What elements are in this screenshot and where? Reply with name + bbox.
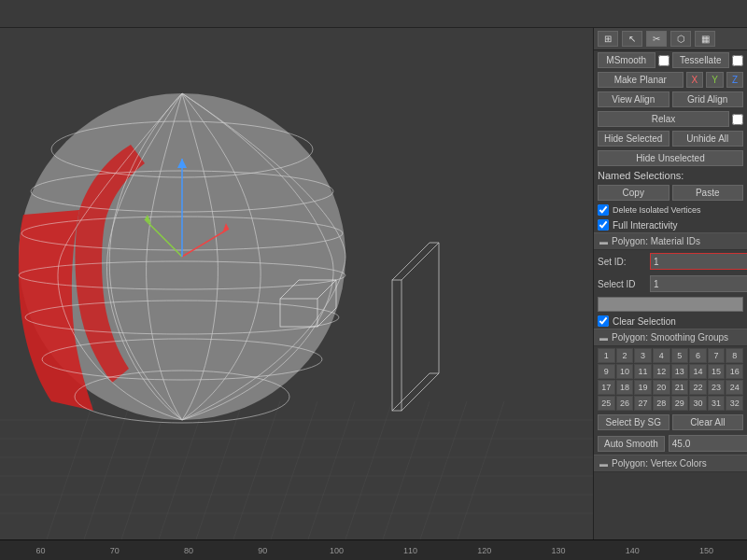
poly-smoothing-label: Polygon: Smoothing Groups	[612, 332, 728, 343]
smooth-group-btn-16[interactable]: 16	[726, 364, 743, 379]
smooth-group-btn-3[interactable]: 3	[634, 348, 652, 363]
smooth-group-btn-20[interactable]: 20	[653, 380, 670, 395]
right-panel: ⊞ ↖ ✂ ⬡ ▦ MSmooth Tessellate Make Planar…	[593, 28, 747, 539]
vertex-colors-collapse-icon: ▬	[599, 459, 608, 469]
ruler-value: 60	[4, 546, 78, 555]
full-interactivity-checkbox[interactable]	[598, 219, 609, 231]
panel-icons-row: ⊞ ↖ ✂ ⬡ ▦	[594, 28, 747, 50]
smooth-group-btn-29[interactable]: 29	[671, 396, 689, 411]
paste-btn[interactable]: Paste	[672, 185, 744, 201]
smooth-grid: 1234567891011121314151617181920212223242…	[594, 346, 747, 413]
named-selections-row: Named Selections:	[594, 168, 747, 183]
smooth-group-btn-30[interactable]: 30	[689, 396, 707, 411]
viewport-svg	[0, 28, 593, 539]
unhide-all-btn[interactable]: Unhide All	[672, 131, 744, 147]
set-id-label: Set ID:	[598, 257, 646, 267]
full-interactivity-label: Full Interactivity	[613, 220, 677, 231]
ruler-value: 100	[300, 546, 374, 555]
smooth-group-btn-22[interactable]: 22	[689, 380, 707, 395]
relax-btn[interactable]: Relax	[598, 111, 729, 127]
smooth-group-btn-8[interactable]: 8	[726, 348, 743, 363]
view-align-row: View Align Grid Align	[594, 90, 747, 109]
smooth-group-btn-28[interactable]: 28	[653, 396, 670, 411]
knife-icon-btn[interactable]: ✂	[646, 31, 667, 47]
smooth-group-btn-17[interactable]: 17	[598, 380, 615, 395]
smooth-group-btn-26[interactable]: 26	[616, 396, 634, 411]
delete-isolated-checkbox[interactable]	[598, 204, 609, 216]
copy-btn[interactable]: Copy	[598, 185, 669, 201]
ruler-value: 70	[78, 546, 151, 555]
align-icon-btn[interactable]: ⊞	[598, 31, 618, 47]
smooth-group-btn-23[interactable]: 23	[708, 380, 726, 395]
smooth-group-btn-31[interactable]: 31	[708, 396, 726, 411]
view-align-btn[interactable]: View Align	[598, 91, 669, 107]
smooth-group-btn-1[interactable]: 1	[598, 348, 615, 363]
relax-checkbox[interactable]	[732, 114, 743, 125]
smooth-group-btn-25[interactable]: 25	[598, 396, 615, 411]
smooth-group-btn-18[interactable]: 18	[616, 380, 634, 395]
grid-icon-btn[interactable]: ▦	[695, 31, 715, 47]
tessellate-btn[interactable]: Tessellate	[672, 52, 730, 68]
photo-icon-btn[interactable]: ⬡	[670, 31, 691, 47]
poly-smoothing-header[interactable]: ▬ Polygon: Smoothing Groups	[594, 329, 747, 346]
smooth-group-btn-10[interactable]: 10	[616, 364, 634, 379]
select-id-row: Select ID ▲ ▼	[594, 273, 747, 295]
smooth-group-btn-14[interactable]: 14	[689, 364, 707, 379]
select-by-sg-btn[interactable]: Select By SG	[598, 414, 669, 430]
smooth-group-btn-4[interactable]: 4	[653, 348, 670, 363]
named-selections-label: Named Selections:	[598, 170, 684, 181]
relax-row: Relax	[594, 109, 747, 129]
cursor-icon-btn[interactable]: ↖	[622, 31, 642, 47]
make-planar-btn[interactable]: Make Planar	[598, 72, 684, 88]
smooth-group-btn-9[interactable]: 9	[598, 364, 615, 379]
tessellate-checkbox[interactable]	[732, 55, 743, 66]
poly-vertex-colors-header[interactable]: ▬ Polygon: Vertex Colors	[594, 455, 747, 472]
delete-isolated-label: Delete Isolated Vertices	[613, 205, 701, 215]
hide-unselected-btn[interactable]: Hide Unselected	[598, 150, 743, 166]
z-btn[interactable]: Z	[726, 72, 743, 88]
smooth-group-btn-32[interactable]: 32	[726, 396, 743, 411]
msmooth-checkbox[interactable]	[658, 55, 669, 66]
smooth-group-btn-5[interactable]: 5	[671, 348, 689, 363]
smooth-group-btn-19[interactable]: 19	[634, 380, 652, 395]
top-toolbar	[0, 0, 747, 28]
smooth-group-btn-24[interactable]: 24	[726, 380, 743, 395]
smooth-group-btn-11[interactable]: 11	[634, 364, 652, 379]
ruler-value: 120	[447, 546, 521, 555]
hide-row: Hide Selected Unhide All	[594, 129, 747, 148]
ruler-value: 150	[669, 546, 743, 555]
set-id-input[interactable]	[650, 253, 747, 270]
smooth-actions-row: Select By SG Clear All	[594, 413, 747, 432]
msmooth-row: MSmooth Tessellate	[594, 50, 747, 70]
auto-smooth-input[interactable]	[669, 435, 747, 452]
smooth-group-btn-13[interactable]: 13	[671, 364, 689, 379]
smooth-group-btn-6[interactable]: 6	[689, 348, 707, 363]
ruler-value: 80	[151, 546, 225, 555]
hide-selected-btn[interactable]: Hide Selected	[598, 131, 669, 147]
auto-smooth-btn[interactable]: Auto Smooth	[598, 436, 665, 452]
color-bar[interactable]	[598, 297, 743, 312]
smooth-group-btn-21[interactable]: 21	[671, 380, 689, 395]
copy-paste-row: Copy Paste	[594, 183, 747, 203]
smooth-group-btn-27[interactable]: 27	[634, 396, 652, 411]
smooth-group-btn-15[interactable]: 15	[708, 364, 726, 379]
set-id-row: Set ID: ▲ ▼	[594, 250, 747, 273]
y-btn[interactable]: Y	[706, 72, 724, 88]
viewport[interactable]: Z Y X	[0, 28, 593, 539]
x-btn[interactable]: X	[686, 72, 704, 88]
full-interactivity-row: Full Interactivity	[594, 217, 747, 232]
msmooth-btn[interactable]: MSmooth	[598, 52, 655, 68]
clear-all-btn[interactable]: Clear All	[672, 414, 744, 430]
clear-selection-row: Clear Selection	[594, 314, 747, 329]
clear-selection-checkbox[interactable]	[598, 315, 609, 327]
select-id-input[interactable]	[650, 275, 747, 292]
ruler-value: 140	[596, 546, 669, 555]
ruler-value: 90	[226, 546, 300, 555]
smooth-group-btn-7[interactable]: 7	[708, 348, 726, 363]
material-ids-collapse-icon: ▬	[599, 237, 608, 246]
smooth-group-btn-12[interactable]: 12	[653, 364, 670, 379]
main-area: Z Y X	[0, 28, 747, 539]
smooth-group-btn-2[interactable]: 2	[616, 348, 634, 363]
grid-align-btn[interactable]: Grid Align	[672, 91, 744, 107]
poly-material-ids-header[interactable]: ▬ Polygon: Material IDs	[594, 232, 747, 250]
